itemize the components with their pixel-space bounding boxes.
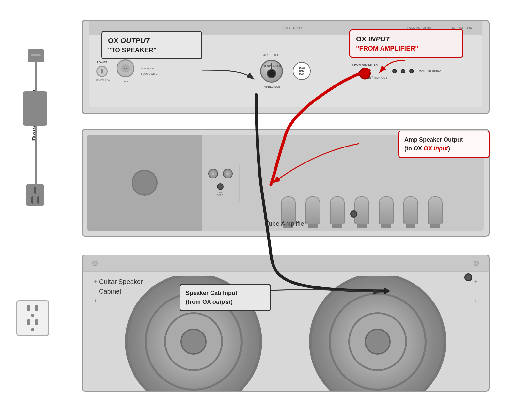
amp-knob-2[interactable] [223,169,233,178]
power-label: POWER [97,61,108,64]
power-section: POWER +12VDC 1.5A [94,61,110,82]
to-speaker-jack[interactable] [267,69,276,78]
amp-output-line2-prefix: (to OX [404,145,424,152]
cab-speaker-area [83,276,489,391]
top-from-amp-label: FROM AMPLIFIER [407,26,432,29]
cable-segment-1 [35,62,37,91]
rms-text: RMS [299,70,305,72]
amp-speaker-output-jack[interactable] [350,210,357,218]
top-speaker-label: TO SPEAKER [284,26,302,29]
outlet-ground-2 [31,328,34,331]
amp-knob-1[interactable] [208,169,218,178]
impedance-label-text: IMPEDANCE [263,85,280,88]
outlet-ground [31,314,34,317]
cab-corner-2 [474,261,479,266]
callout-amp-output-text: Amp Speaker Output (to OX OX input) [404,135,483,153]
tube-amp-label: Tube Amplifier [265,220,306,227]
ox-impedance-section: 4Ω 16Ω IMPEDANCE 150W RMS MAX [213,35,358,107]
callout-input-italic: INPUT [368,35,390,43]
to-speaker-jack-label: TO SPEAKER [262,64,281,67]
callout-output-italic: OUTPUT [120,37,150,45]
footswitch-label: FOOT SWITCH [141,72,159,75]
spdif-label: S/PDIF OUT [141,67,159,70]
callout-input-subtitle: "FROM AMPLIFIER" [356,45,457,52]
callout-amp-output-box: Amp Speaker Output (to OX OX input) [398,131,490,158]
cab-callout-italic: output [212,299,231,305]
amp-tube-7 [428,196,443,224]
rms-max: MAX [299,72,305,75]
made-in-china: MADE IN CHINA [419,70,441,73]
outlet-slot-right-2 [35,319,38,325]
cab-top-strip [83,255,489,272]
callout-output-prefix: OX [108,37,120,45]
callout-speaker-cab-box: Speaker Cab Input (from OX output) [180,284,271,311]
amp-speaker-panel [87,135,202,231]
int-spkr-area: INTSPKR. [217,183,224,197]
cab-callout-line2-suffix: ) [231,299,233,305]
amp-grill [132,170,158,196]
output-jack-1[interactable] [392,69,397,73]
speaker-center-2 [365,329,391,355]
cab-corner-1 [92,261,98,266]
cable-segment-2 [35,126,37,184]
impedance-values: 4Ω 8Ω 16Ω [451,26,472,29]
callout-output-box: OX OUTPUT "TO SPEAKER" [101,31,202,59]
output-jacks [392,69,414,73]
amp-output-ox-red: OX [424,145,434,152]
xlr-connector[interactable] [117,59,134,77]
callout-input-box: OX INPUT "FROM AMPLIFIER" [349,29,463,58]
ohm16-label: 16Ω [274,54,280,57]
ohm-16: 16Ω [467,26,472,29]
amp-speaker-output-area [350,210,357,218]
callout-input-title: OX INPUT [356,35,457,43]
outlet-slots [27,305,38,311]
wall-outlet [16,300,49,336]
outlet-slot-left-2 [27,319,30,325]
amp-tube-3 [330,196,345,224]
amp-output-line1: Amp Speaker Output [404,136,463,143]
outlet-slots-bottom [27,319,38,325]
callout-speaker-cab-text: Speaker Cab Input (from OX output) [186,289,265,306]
connector-group: USB [117,59,134,83]
amp-controls-area: INTSPKR. [202,164,240,202]
power-connector [28,49,44,62]
rms-badge: 150W RMS MAX [293,62,311,80]
ohm-labels-top: 4Ω 16Ω [263,54,280,57]
xlr-pins [121,64,130,72]
ohm-8: 8Ω [459,26,463,29]
outlet-slot-left [27,305,30,311]
speaker-center [180,329,207,355]
amp-tube-5 [379,196,394,224]
from-amp-jack-label: FROM AMPLIFIER [352,63,378,66]
output-jack-3[interactable] [409,69,414,73]
amp-tube-2 [305,196,320,224]
amp-tube-6 [403,196,418,224]
amp-knobs-row [208,169,233,178]
power-brick [23,91,47,126]
to-speaker-jack-area: TO SPEAKER [262,64,281,78]
callout-output-subtitle: "TO SPEAKER" [108,46,196,54]
power-plug [26,184,44,206]
callout-input-prefix: OX [356,35,368,43]
main-container: Power Supply [0,0,532,402]
callout-output-title: OX OUTPUT [108,37,196,45]
amp-output-italic: input [434,145,448,152]
usb-label: USB [123,80,128,83]
from-amp-jack[interactable] [359,68,371,79]
speaker-cone-right [309,276,446,391]
int-spkr-jack[interactable] [217,183,224,190]
amp-output-line2-suffix: ) [448,145,450,152]
int-spkr-label: INTSPKR. [217,191,224,197]
guitar-cab-device: + + + + Guitar Speaker Cabinet [82,255,490,392]
output-jack-2[interactable] [401,69,405,73]
rms-150w: 150W [299,67,305,70]
power-button[interactable] [96,66,108,77]
ohm-4: 4Ω [451,26,455,29]
from-amp-jack-area: FROM AMPLIFIER [352,63,378,79]
ohm4-label: 4Ω [263,54,268,57]
switch-section: S/PDIF OUT FOOT SWITCH [141,67,159,75]
outlet-slot-right [35,305,38,311]
cab-callout-line1: Speaker Cab Input [186,290,237,296]
cab-callout-line2-prefix: (from OX [186,299,212,305]
power-supply-area [20,49,52,277]
